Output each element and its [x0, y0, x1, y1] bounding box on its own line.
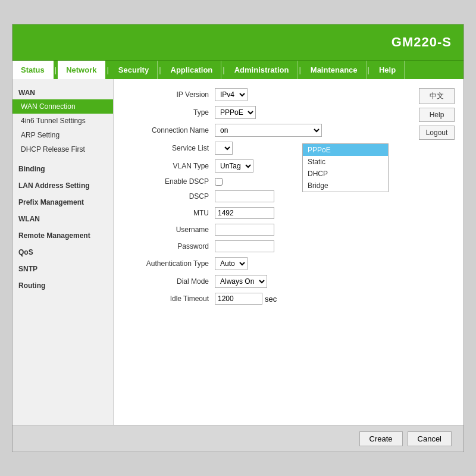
dropdown-option-bridge[interactable]: Bridge — [303, 180, 388, 192]
header-title: GM220-S — [392, 35, 452, 50]
body: WAN WAN Connection 4in6 Tunnel Settings … — [12, 79, 464, 425]
nav-sep-1: | — [54, 65, 58, 74]
username-row: Username — [126, 224, 452, 236]
create-button[interactable]: Create — [359, 431, 403, 446]
nav-item-application[interactable]: Application — [162, 61, 222, 79]
header: GM220-S — [12, 24, 464, 60]
username-input[interactable] — [215, 224, 274, 236]
auth-type-row: Authentication Type Auto — [126, 257, 452, 270]
nav-sep-6: | — [367, 65, 371, 74]
bottom-bar: Create Cancel — [12, 425, 464, 452]
nav-sep-4: | — [221, 65, 226, 74]
dropdown-option-dhcp[interactable]: DHCP — [303, 168, 388, 180]
dropdown-option-pppoe[interactable]: PPPoE — [303, 144, 388, 156]
vlan-type-select[interactable]: UnTag — [215, 159, 253, 173]
dial-mode-select[interactable]: Always On — [215, 275, 267, 288]
vlan-type-row: VLAN Type UnTag — [126, 159, 452, 173]
dscp-label: DSCP — [126, 192, 215, 201]
enable-dscp-checkbox[interactable] — [215, 178, 223, 186]
nav-bar: Status | Network | Security | Applicatio… — [12, 60, 464, 79]
enable-dscp-label: Enable DSCP — [126, 177, 215, 186]
username-label: Username — [126, 226, 215, 234]
cancel-button[interactable]: Cancel — [408, 431, 452, 446]
nav-sep-2: | — [105, 65, 109, 74]
dscp-row: DSCP — [126, 190, 452, 202]
sidebar-item-4in6[interactable]: 4in6 Tunnel Settings — [12, 114, 113, 128]
service-list-row: Service List — [126, 142, 452, 155]
dscp-input[interactable] — [215, 190, 274, 202]
idle-timeout-label: Idle Timeout — [126, 295, 215, 303]
auth-type-select[interactable]: Auto — [215, 257, 248, 270]
idle-timeout-input[interactable] — [215, 293, 262, 305]
dropdown-option-static[interactable]: Static — [303, 156, 388, 168]
sidebar-section-wlan[interactable]: WLAN — [12, 211, 113, 226]
sidebar-section-prefix[interactable]: Prefix Management — [12, 195, 113, 209]
app-container: GM220-S Status | Network | Security | Ap… — [12, 24, 464, 452]
password-input[interactable] — [215, 240, 274, 252]
logout-button[interactable]: Logout — [419, 126, 455, 140]
mtu-label: MTU — [126, 209, 215, 217]
type-select[interactable]: PPPoE — [215, 106, 256, 119]
help-button[interactable]: Help — [419, 108, 455, 122]
ip-version-row: IP Version IPv4 — [126, 88, 452, 101]
dial-mode-row: Dial Mode Always On — [126, 275, 452, 288]
nav-item-network[interactable]: Network — [58, 61, 105, 79]
sidebar-section-sntp[interactable]: SNTP — [12, 261, 113, 275]
nav-item-maintenance[interactable]: Maintenance — [302, 61, 367, 79]
auth-type-label: Authentication Type — [126, 259, 215, 268]
nav-item-status[interactable]: Status — [12, 61, 54, 79]
dial-mode-label: Dial Mode — [126, 277, 215, 286]
right-buttons: 中文 Help Logout — [419, 88, 455, 140]
nav-sep-5: | — [298, 65, 302, 74]
sidebar-item-dhcp-release[interactable]: DHCP Release First — [12, 142, 113, 156]
chinese-button[interactable]: 中文 — [419, 88, 455, 104]
sidebar-section-binding[interactable]: Binding — [12, 161, 113, 176]
password-label: Password — [126, 242, 215, 250]
ip-version-label: IP Version — [126, 90, 215, 99]
idle-timeout-unit: sec — [265, 295, 277, 303]
connection-name-row: Connection Name on — [126, 124, 452, 137]
vlan-type-label: VLAN Type — [126, 162, 215, 170]
sidebar-section-remote[interactable]: Remote Management — [12, 228, 113, 242]
sidebar-section-qos[interactable]: QoS — [12, 245, 113, 259]
enable-dscp-row: Enable DSCP — [126, 177, 452, 186]
mtu-input[interactable] — [215, 207, 274, 219]
type-label: Type — [126, 108, 215, 117]
sidebar-item-wan-connection[interactable]: WAN Connection — [12, 99, 113, 114]
connection-name-label: Connection Name — [126, 126, 215, 134]
main-content: 中文 Help Logout IP Version IPv4 Type PPPo… — [114, 79, 464, 425]
mtu-row: MTU — [126, 207, 452, 219]
nav-item-help[interactable]: Help — [371, 61, 405, 79]
sidebar-section-lan[interactable]: LAN Address Setting — [12, 178, 113, 192]
idle-timeout-row: Idle Timeout sec — [126, 293, 452, 305]
type-row: Type PPPoE — [126, 106, 452, 119]
connection-name-select[interactable]: on — [215, 124, 322, 137]
nav-sep-3: | — [158, 65, 162, 74]
service-list-select[interactable] — [215, 142, 233, 155]
type-dropdown-popup: PPPoE Static DHCP Bridge — [302, 143, 389, 192]
sidebar-item-arp[interactable]: ARP Setting — [12, 128, 113, 142]
nav-item-security[interactable]: Security — [110, 61, 158, 79]
sidebar-section-wan: WAN — [12, 85, 113, 99]
ip-version-select[interactable]: IPv4 — [215, 88, 248, 101]
sidebar-section-routing[interactable]: Routing — [12, 278, 113, 292]
service-list-label: Service List — [126, 144, 215, 152]
password-row: Password — [126, 240, 452, 252]
sidebar: WAN WAN Connection 4in6 Tunnel Settings … — [12, 79, 114, 425]
nav-item-administration[interactable]: Administration — [226, 61, 298, 79]
